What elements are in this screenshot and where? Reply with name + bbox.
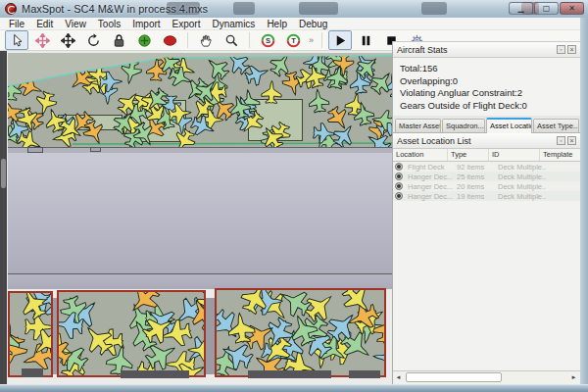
visibility-icon[interactable] — [395, 182, 403, 190]
stat-line: Gears Outside of Flight Deck:0 — [400, 100, 573, 113]
hangar-bay-1[interactable] — [8, 291, 53, 377]
visibility-icon[interactable] — [395, 172, 403, 180]
menu-bar: FileEditViewToolsImportExportDynamicsHel… — [0, 18, 588, 30]
right-panel: Aircraft Stats ◦ × Total:156Overlapping:… — [392, 41, 580, 384]
minimize-button[interactable]: ▁ — [509, 2, 533, 15]
toolbar-separator — [249, 32, 250, 48]
aircraft[interactable] — [372, 343, 386, 372]
move-alt-icon — [35, 33, 50, 48]
panel-menu-icon[interactable]: ◦ — [557, 45, 565, 54]
deck-pillar — [121, 370, 189, 378]
hull-notch — [90, 147, 101, 152]
tab-master-asset[interactable]: Master Asset... — [395, 119, 441, 132]
title-bar[interactable]: MaxSpot - SC4 M&W in process 4.mxs ▁ ▢ ✕ — [0, 0, 588, 19]
visibility-icon[interactable] — [395, 192, 403, 200]
hull-band — [8, 274, 392, 289]
toolbar-separator — [187, 32, 188, 48]
cell-type: 19 items — [454, 192, 495, 201]
aircraft[interactable] — [24, 314, 53, 340]
menu-export[interactable]: Export — [167, 19, 207, 29]
toolbar-separator — [321, 32, 322, 48]
close-button[interactable]: ✕ — [560, 2, 584, 15]
ring-t-icon: T — [286, 33, 301, 48]
table-row[interactable]: Hanger Dec...19 itemsDeck Multiple... — [393, 191, 580, 201]
asset-table-header[interactable]: LocationTypeIDTemplate — [393, 149, 580, 162]
aircraft[interactable] — [170, 126, 198, 147]
rotate-button[interactable] — [81, 30, 105, 50]
ring-s-button[interactable]: S — [256, 30, 279, 50]
pan-hand-icon — [199, 33, 214, 48]
scrollbar-thumb[interactable] — [406, 372, 502, 382]
aircraft-stats-header[interactable]: Aircraft Stats ◦ × — [393, 41, 580, 58]
lock-button[interactable] — [107, 30, 130, 50]
column-header-location[interactable]: Location — [393, 149, 448, 161]
hangar-aircraft-layer — [217, 290, 386, 377]
cell-id: Deck Multiple... — [495, 172, 546, 181]
asset-table-hscrollbar[interactable]: ◄ ► — [393, 370, 580, 384]
menu-tools[interactable]: Tools — [92, 19, 126, 29]
menu-dynamics[interactable]: Dynamics — [206, 19, 261, 29]
menu-import[interactable]: Import — [126, 19, 166, 29]
panel-close-icon[interactable]: × — [567, 45, 576, 54]
asset-list-header[interactable]: Asset Location List ◦ × — [393, 133, 580, 149]
tab-asset-location-l[interactable]: Asset Location L... — [486, 118, 532, 133]
column-header-id[interactable]: ID — [489, 149, 540, 161]
deck-pillar — [22, 368, 43, 377]
deck-pillar — [248, 370, 331, 378]
maximize-button[interactable]: ▢ — [534, 2, 559, 15]
table-row[interactable]: Flight Deck92 itemsDeck Multiple... — [393, 162, 580, 172]
zoom-magnifier-button[interactable] — [220, 30, 243, 50]
panel-menu-icon[interactable]: ◦ — [557, 136, 565, 145]
scroll-left-icon[interactable]: ◄ — [393, 372, 404, 383]
glass-reflection — [421, 2, 447, 15]
menu-edit[interactable]: Edit — [30, 19, 59, 29]
tab-squadron[interactable]: Squadron... — [442, 119, 485, 132]
menu-file[interactable]: File — [3, 19, 30, 29]
cell-location: Hanger Dec... — [405, 192, 454, 201]
add-node-icon — [137, 33, 152, 48]
play-icon — [333, 33, 348, 48]
pan-hand-button[interactable] — [194, 30, 218, 50]
toolbar-overflow-icon[interactable]: » — [309, 35, 314, 45]
aircraft[interactable] — [262, 80, 282, 104]
column-header-type[interactable]: Type — [448, 149, 489, 161]
visibility-icon[interactable] — [395, 163, 403, 171]
hangar-bay-3[interactable] — [215, 288, 386, 377]
move-button[interactable] — [56, 30, 79, 50]
play-button[interactable] — [328, 30, 352, 50]
tab-asset-type[interactable]: Asset Type... — [533, 119, 579, 132]
lock-icon — [112, 33, 126, 48]
ring-t-button[interactable]: T — [281, 30, 305, 50]
move-icon — [61, 33, 75, 48]
menu-debug[interactable]: Debug — [293, 19, 333, 29]
add-node-button[interactable] — [132, 30, 156, 50]
pause-button[interactable] — [354, 30, 377, 50]
glass-reflection — [299, 2, 338, 15]
column-header-template[interactable]: Template — [540, 149, 580, 161]
table-row[interactable]: Hanger Dec...20 itemsDeck Multiple... — [393, 181, 580, 191]
hangar-bay-2[interactable] — [57, 290, 206, 377]
aircraft[interactable] — [243, 62, 271, 88]
select-cursor-button[interactable] — [5, 30, 28, 50]
panel-grip[interactable] — [1, 159, 6, 188]
aircraft-stats-title: Aircraft Stats — [397, 45, 448, 55]
remove-node-button[interactable] — [158, 30, 181, 50]
window-right-edge — [580, 18, 588, 384]
app-logo-icon — [5, 3, 17, 15]
deck-layout-canvas[interactable] — [7, 51, 392, 384]
glass-reflection — [233, 2, 255, 15]
move-alt-button[interactable] — [30, 30, 54, 50]
asset-list-title: Asset Location List — [397, 136, 471, 146]
panel-close-icon[interactable]: × — [567, 136, 576, 145]
ship-scene — [8, 53, 392, 382]
ship-hull — [8, 153, 392, 273]
aircraft[interactable] — [308, 88, 330, 113]
menu-view[interactable]: View — [59, 19, 92, 29]
asset-table-empty-area — [393, 201, 580, 370]
rotate-icon — [86, 33, 101, 48]
scroll-right-icon[interactable]: ► — [568, 372, 579, 383]
hangar-aircraft-layer — [59, 292, 206, 377]
cell-id: Deck Multiple... — [495, 163, 546, 172]
menu-help[interactable]: Help — [261, 19, 293, 29]
table-row[interactable]: Hanger Dec...25 itemsDeck Multiple... — [393, 172, 580, 181]
